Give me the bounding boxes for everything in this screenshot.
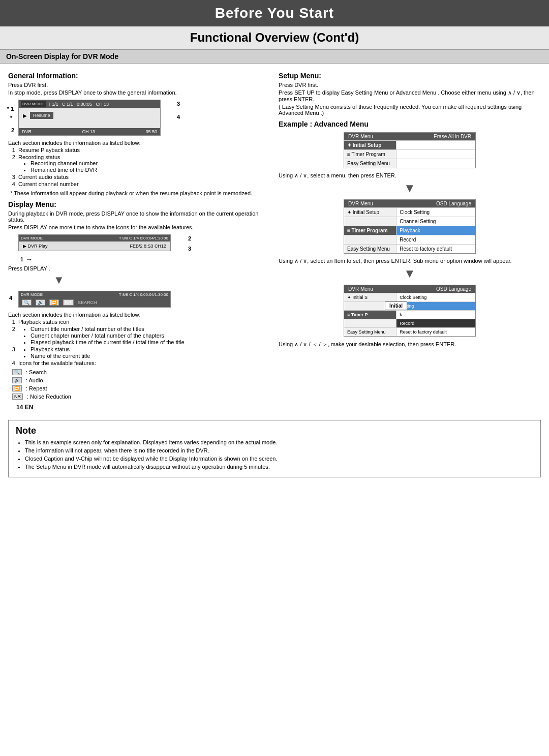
menu-header-2: DVR Menu OSD Language	[344, 200, 475, 207]
menu-mockup-2: DVR Menu OSD Language ✦ Initial Setup Cl…	[344, 199, 476, 254]
dvr-top-info-3: T 8/8 C 1/4 0:00:04/1:30:00	[119, 292, 168, 297]
bullet-sub: Recording channel number Remained time o…	[30, 160, 266, 173]
page: Before You Start Functional Overview (Co…	[0, 0, 549, 756]
menu2-right-header: OSD Language	[436, 201, 471, 206]
arrow-down-1: ▼	[8, 274, 110, 287]
audio-icon-item: 🔊 : Audio	[12, 377, 266, 383]
general-heading: General Information:	[8, 72, 266, 80]
dvr-top-info: T 1/1 C 1/1 0:00:05 CH 13	[48, 102, 109, 107]
menu-left-cell: ≡ Timer Program	[344, 226, 396, 235]
setup-menu-section: Setup Menu: Press DVR first. Press SET U…	[279, 72, 541, 116]
list-item: Resume Playback status	[18, 147, 266, 153]
dvr-resume-btn: Resume	[30, 112, 53, 119]
icon-list: 🔍 : Search 🔊 : Audio 🔁 : Repeat NR : Noi…	[12, 369, 266, 400]
anno-1b: 1	[20, 256, 23, 262]
note-bullet-item: The information will not appear, when th…	[25, 447, 533, 453]
search-icon-box: 🔍	[22, 299, 32, 306]
menu-left-cell: Easy Setting Menu	[344, 245, 396, 253]
dvr-mode-text: DVR MODE	[21, 236, 43, 240]
nr-icon: NR	[12, 394, 23, 400]
dvr-top-info-2: T 8/8 C 1/4 0:00:04/1:30:00	[119, 236, 168, 240]
menu-right-cell-playback: Playback	[396, 226, 475, 235]
anno-4b: 4	[9, 295, 12, 301]
display-middle-1: ▶ DVR Play FEB/2 8:S3 CH12	[19, 241, 170, 251]
general-desc: In stop mode, press DISPLAY once to show…	[8, 89, 266, 96]
main-content: General Information: Press DVR first. In…	[0, 68, 549, 415]
menu-left-cell: Easy Setting Menu	[344, 328, 396, 336]
display-screen-2-wrapper: 4 DVR MODE T 8/8 C 1/4 0:00:04/1:30:00 🔍…	[18, 291, 181, 308]
menu-row: ≡ Timer P k	[344, 310, 475, 319]
nr-label-text: : Noise Reduction	[27, 394, 71, 400]
menu-left-cell: ✦ Initial S	[344, 293, 396, 301]
anno-star1: * 1	[7, 106, 14, 112]
menu-left-cell: ✦ Initial Setup	[344, 141, 396, 149]
left-column: General Information: Press DVR first. In…	[8, 68, 274, 415]
menu-header-3: DVR Menu OSD Language	[344, 285, 475, 293]
dvr-info-right: FEB/2 8:S3 CH12	[130, 244, 166, 249]
right-column: Setup Menu: Press DVR first. Press SET U…	[274, 68, 541, 415]
menu-right-cell	[396, 159, 475, 168]
using-text-2: Using ∧ / ∨, select an Item to set, then…	[279, 258, 541, 264]
audio-label-text: : Audio	[26, 377, 43, 383]
arrow-down-2: ▼	[344, 181, 476, 195]
anno-3b: 3	[188, 246, 191, 252]
display-heading: Display Menu:	[8, 200, 266, 208]
each-section-label-1: Each section includes the information as…	[8, 140, 266, 146]
audio-icon: 🔊	[12, 377, 22, 383]
menu-left-cell: ✦ Initial Setup	[344, 208, 396, 217]
repeat-icon-item: 🔁 : Repeat	[12, 385, 266, 391]
menu-right-cell-record: Record	[396, 235, 475, 244]
note-bullet-item: Closed Caption and V-Chip will not be di…	[25, 456, 533, 462]
setup-heading: Setup Menu:	[279, 72, 541, 80]
note-bullet-item: This is an example screen only for expla…	[25, 439, 533, 445]
bullet-sub-2: Current title number / total number of t…	[30, 326, 266, 345]
menu-row: Easy Setting Menu	[344, 159, 475, 168]
list-item: Elapsed playback time of the current tit…	[30, 339, 266, 345]
dvr-bottom-channel: CH 13	[82, 129, 95, 134]
dvr-content-1: ▶ Resume	[19, 108, 160, 128]
anno-2b: 2	[188, 235, 191, 241]
anno-2: 2	[11, 127, 14, 133]
menu-row: Record	[344, 235, 475, 244]
menu2-left-header: DVR Menu	[348, 201, 373, 206]
example-heading: Example : Advanced Menu	[279, 120, 541, 128]
display-icons-row: 🔍 🔊 🔁 NR SEARCH	[19, 298, 170, 307]
note-heading: Note	[16, 426, 533, 436]
dvr-general-display: 3 4 * 1 * 2 DVR MODE T 1/1 C 1/1 0:00:05…	[18, 100, 266, 136]
list-item: Playback status Name of the current titl…	[18, 346, 266, 359]
each-section-label-2: Each section includes the information as…	[8, 312, 266, 318]
list-item: Remained time of the DVR	[30, 167, 266, 173]
menu3-left-header: DVR Menu	[348, 286, 373, 292]
menu-right-cell	[396, 141, 475, 149]
dvr-bottom-left: DVR	[22, 129, 32, 134]
display-top-bar-2: DVR MODE T 8/8 C 1/4 0:00:04/1:30:00	[19, 291, 170, 298]
note-bullet-item: The Setup Menu in DVR mode will automati…	[25, 464, 533, 470]
list-item: Current channel number	[18, 181, 266, 187]
dvr-top-bar-1: DVR MODE T 1/1 C 1/1 0:00:05 CH 13	[19, 100, 160, 108]
dvr-mode-badge: DVR MODE	[21, 101, 46, 107]
menu-right-cell-setting: Setting	[396, 302, 475, 310]
search-icon: 🔍	[12, 369, 22, 375]
menu-mockup-1: DVR Menu Erase All in DVR ✦ Initial Setu…	[344, 132, 476, 168]
section-list-1: Resume Playback status Recording status …	[18, 147, 266, 187]
using-text-3: Using ∧ / ∨ / ＜ / ＞, make your desirable…	[279, 341, 541, 348]
nr-icon-box: NR	[63, 299, 74, 306]
list-item: Playback status	[30, 346, 266, 352]
display-screen-1: DVR MODE T 8/8 C 1/4 0:00:04/1:30:00 ▶ D…	[18, 234, 171, 251]
section-bar: On-Screen Display for DVR Mode	[0, 49, 549, 64]
menu-left-cell: ≡ Timer Program	[344, 150, 396, 159]
menu-right-cell: Reset to factory default	[396, 245, 475, 253]
anno-star2: *	[10, 115, 12, 121]
menu-header-1: DVR Menu Erase All in DVR	[344, 133, 475, 140]
menu-row: ✦ Initial Setup	[344, 140, 475, 149]
star-note: * These information will appear during p…	[10, 190, 266, 196]
list-item: Current title number / total number of t…	[18, 326, 266, 345]
example-advanced-menu-section: Example : Advanced Menu DVR Menu Erase A…	[279, 120, 541, 348]
list-item: Name of the current title	[30, 353, 266, 359]
menu-right-cell: Reset to factory default	[396, 328, 475, 336]
display-desc1: During playback in DVR mode, press DISPL…	[8, 210, 266, 223]
list-item: Current chapter number / total number of…	[30, 332, 266, 339]
dvr-screen-1: DVR MODE T 1/1 C 1/1 0:00:05 CH 13 ▶ Res…	[18, 100, 161, 136]
repeat-icon: 🔁	[12, 385, 22, 391]
menu-right-cell: Clock Setting	[396, 293, 475, 301]
